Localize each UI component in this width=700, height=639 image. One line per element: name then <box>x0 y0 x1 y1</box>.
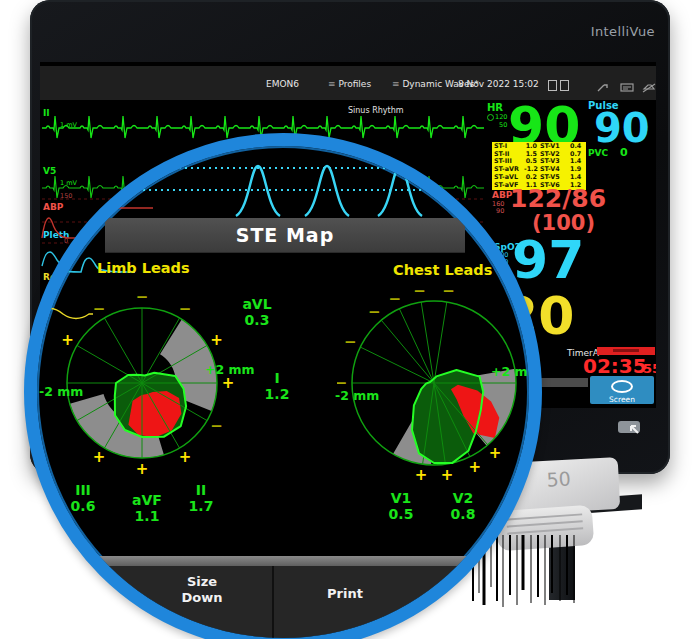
svg-text:−: − <box>179 300 192 318</box>
svg-text:−: − <box>442 286 455 300</box>
lead-value-iii: III 0.6 <box>61 482 105 514</box>
alarm-limit-icon <box>487 114 494 121</box>
print-key[interactable]: Print <box>295 586 395 602</box>
pvc-value: 0 <box>620 146 628 159</box>
lead-value-ii: II 1.7 <box>177 482 225 514</box>
size-down-key[interactable]: Size Down <box>152 574 252 606</box>
svg-text:+: + <box>441 466 454 484</box>
lead-value-v1: V1 0.5 <box>381 490 421 522</box>
lead-value-avl: aVL 0.3 <box>233 296 281 328</box>
monitor-photo: IntelliVue EMON6 ≡ Profiles ≡ Dynamic Wa… <box>0 0 700 639</box>
abp-limit-low: 90 <box>496 208 504 215</box>
lead-value-v2: V2 0.8 <box>443 490 483 522</box>
svg-text:+: + <box>61 331 74 349</box>
chest-minus2-label: -2 mm <box>335 388 379 403</box>
svg-text:+: + <box>489 444 502 462</box>
hr-limit-low: 50 <box>499 122 507 129</box>
lead-value-avf: aVF 1.1 <box>123 492 171 524</box>
svg-text:−: − <box>210 417 223 435</box>
svg-text:−: − <box>344 333 357 351</box>
svg-text:+: + <box>415 466 428 484</box>
limb-leads-title: Limb Leads <box>97 260 190 276</box>
svg-text:−: − <box>413 286 426 300</box>
limb-minus2-label: -2 mm <box>39 384 83 399</box>
module-label: 50 <box>546 467 571 490</box>
svg-text:+: + <box>93 448 106 466</box>
ste-map-header[interactable]: STE Map <box>105 218 465 253</box>
hr-limit-high: 120 <box>495 114 507 121</box>
pvc-label: PVC <box>588 148 608 158</box>
lead-value: 0.3 <box>233 312 281 328</box>
smartkey-divider <box>272 566 274 639</box>
svg-text:−: − <box>388 290 401 308</box>
svg-text:+: + <box>210 331 223 349</box>
timer-time: 02:35 <box>583 356 647 376</box>
lead-name: aVF <box>123 492 171 508</box>
lead-value: 1.1 <box>123 508 171 524</box>
lead-value: 0.8 <box>443 506 483 522</box>
screen-key-label: Screen <box>590 395 654 404</box>
lead-name: V1 <box>381 490 421 506</box>
spo2-value: 97 <box>512 234 584 286</box>
lead-value: 1.7 <box>177 498 225 514</box>
chest-leads-title: Chest Leads <box>393 262 492 278</box>
timer-seconds: 55 <box>643 362 656 375</box>
bezel-touch-icon <box>617 418 643 436</box>
svg-text:−: − <box>368 303 381 321</box>
magnifier-lens: STE Map Limb Leads Chest Leads ++++++−−−… <box>24 133 542 639</box>
rhythm-label: Sinus Rhythm <box>348 106 483 115</box>
svg-text:−: − <box>93 300 106 318</box>
chest-plus2-label: +2 mm <box>491 364 541 379</box>
svg-text:+: + <box>136 460 149 478</box>
screen-key[interactable]: Screen <box>590 376 654 404</box>
lead-value: 1.2 <box>253 386 301 402</box>
ste-map-title: STE Map <box>105 218 465 252</box>
lead-name: V2 <box>443 490 483 506</box>
lead-name: I <box>253 370 301 386</box>
svg-text:−: − <box>136 288 149 306</box>
limb-plus2-label: +2 mm <box>205 362 255 377</box>
screen-icon <box>611 380 633 393</box>
brand-logo: IntelliVue <box>545 24 655 39</box>
lead-value: 0.6 <box>61 498 105 514</box>
smartkey-row <box>37 566 529 639</box>
lead-name: III <box>61 482 105 498</box>
lead-value: 0.5 <box>381 506 421 522</box>
size-down-line2: Down <box>152 590 252 606</box>
size-down-line1: Size <box>152 574 252 590</box>
lead-name: aVL <box>233 296 281 312</box>
hr-label: HR <box>487 102 503 113</box>
pulse-value: 90 <box>594 108 650 148</box>
lead-value-i: I 1.2 <box>253 370 301 402</box>
st-table[interactable]: ST-I1.0ST-V10.4 ST-II1.5ST-V20.7 ST-III0… <box>492 142 586 190</box>
abp-value: 122/86 <box>510 186 606 211</box>
lead-name: II <box>177 482 225 498</box>
svg-text:+: + <box>468 458 481 476</box>
smartkey-strip <box>37 556 529 566</box>
svg-text:+: + <box>179 448 192 466</box>
